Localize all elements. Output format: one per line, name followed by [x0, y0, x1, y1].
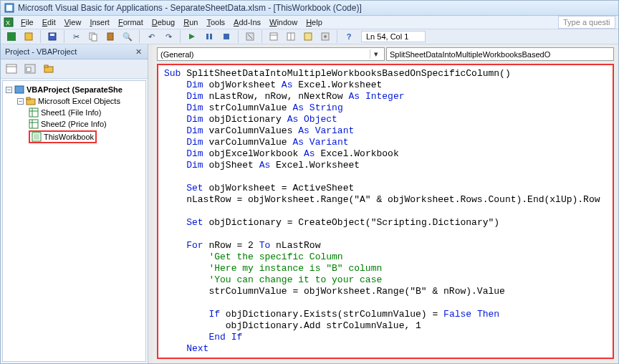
svg-marker-11 — [189, 34, 195, 39]
tree-item-label: ThisWorkbook — [44, 133, 94, 141]
tree-item-sheet1[interactable]: Sheet1 (File Info) — [27, 107, 144, 118]
toggle-folders-button[interactable] — [41, 62, 57, 76]
properties-button[interactable] — [283, 29, 299, 44]
separator — [139, 30, 140, 43]
project-icon — [14, 85, 24, 95]
tree-item-label: Sheet2 (Price Info) — [41, 120, 107, 128]
menu-view[interactable]: View — [60, 16, 86, 28]
view-code-button[interactable] — [4, 62, 19, 76]
svg-rect-1 — [6, 5, 12, 11]
svg-rect-17 — [270, 33, 277, 40]
copy-button[interactable] — [85, 29, 101, 44]
collapse-icon[interactable]: − — [17, 98, 24, 105]
vba-app-icon — [4, 2, 15, 14]
project-panel-header: Project - VBAProject ✕ — [1, 44, 148, 59]
svg-rect-7 — [50, 34, 54, 36]
menu-edit[interactable]: Edit — [38, 16, 60, 28]
toolbox-button[interactable] — [317, 29, 333, 44]
code-text[interactable]: Sub SplitSheetDataIntoMultipleWorkbooksB… — [164, 68, 607, 355]
workbook-icon — [32, 132, 42, 142]
find-button[interactable]: 🔍 — [120, 29, 135, 44]
window-title: Microsoft Visual Basic for Applications … — [18, 3, 362, 13]
insert-dropdown[interactable] — [21, 29, 37, 44]
object-dropdown[interactable]: (General) ▾ — [157, 47, 385, 61]
redo-button[interactable]: ↷ — [160, 29, 176, 44]
menu-format[interactable]: Format — [114, 16, 148, 28]
menu-help[interactable]: Help — [302, 16, 327, 28]
standard-toolbar: ✂ 🔍 ↶ ↷ ? Ln 54, Col 1 — [1, 29, 618, 44]
paste-button[interactable] — [102, 29, 118, 44]
project-explorer-button[interactable] — [266, 29, 282, 44]
svg-rect-13 — [210, 34, 212, 39]
code-window: (General) ▾ SplitSheetDataIntoMultipleWo… — [153, 44, 618, 363]
svg-rect-32 — [27, 97, 30, 100]
help-button[interactable]: ? — [341, 29, 357, 44]
collapse-icon[interactable]: − — [6, 87, 12, 93]
svg-point-23 — [324, 35, 327, 38]
break-button[interactable] — [201, 29, 217, 44]
svg-rect-9 — [92, 34, 97, 41]
workspace: Project - VBAProject ✕ − VBAProject (Sep… — [1, 44, 618, 363]
chevron-down-icon: ▾ — [370, 49, 381, 59]
menu-insert[interactable]: Insert — [85, 16, 114, 28]
svg-rect-30 — [15, 86, 24, 93]
close-panel-button[interactable]: ✕ — [133, 47, 143, 57]
reset-button[interactable] — [219, 29, 234, 44]
titlebar: Microsoft Visual Basic for Applications … — [1, 1, 618, 16]
code-dropdown-row: (General) ▾ SplitSheetDataIntoMultipleWo… — [153, 44, 618, 64]
menu-tools[interactable]: Tools — [202, 16, 229, 28]
view-excel-button[interactable] — [4, 29, 19, 44]
svg-rect-10 — [107, 33, 113, 40]
svg-text:X: X — [6, 19, 10, 27]
help-search-box[interactable]: Type a questi — [558, 16, 615, 29]
tree-item-sheet2[interactable]: Sheet2 (Price Info) — [27, 118, 144, 130]
svg-rect-33 — [29, 108, 38, 117]
project-panel-title: Project - VBAProject — [5, 47, 77, 56]
separator — [180, 30, 181, 43]
svg-rect-36 — [29, 120, 38, 128]
separator — [261, 30, 262, 43]
project-tree[interactable]: − VBAProject (SeparateShe − Microsoft Ex… — [2, 80, 146, 362]
procedure-dropdown[interactable]: SplitSheetDataIntoMultipleWorkbooksBased… — [386, 47, 614, 61]
menubar: X FileEditViewInsertFormatDebugRunToolsA… — [1, 16, 618, 29]
svg-rect-29 — [44, 65, 48, 67]
menu-add-ins[interactable]: Add-Ins — [229, 16, 265, 28]
svg-rect-4 — [7, 32, 16, 41]
cursor-position-status: Ln 54, Col 1 — [361, 31, 426, 42]
svg-rect-12 — [206, 34, 208, 39]
separator — [337, 30, 337, 43]
cut-button[interactable]: ✂ — [68, 29, 84, 44]
menu-run[interactable]: Run — [179, 16, 202, 28]
worksheet-icon — [29, 107, 39, 118]
design-mode-button[interactable] — [242, 29, 258, 44]
tree-folder-label: Microsoft Excel Objects — [38, 97, 120, 105]
folder-icon — [26, 96, 36, 106]
tree-root[interactable]: − VBAProject (SeparateShe — [4, 84, 144, 95]
run-button[interactable] — [184, 29, 200, 44]
tree-folder[interactable]: − Microsoft Excel Objects — [16, 95, 144, 107]
tree-item-thisworkbook[interactable]: ThisWorkbook — [27, 130, 144, 144]
procedure-dropdown-value: SplitSheetDataIntoMultipleWorkbooksBased… — [390, 50, 550, 59]
project-toolbar — [1, 59, 148, 79]
code-editor[interactable]: Sub SplitSheetDataIntoMultipleWorkbooksB… — [157, 64, 614, 359]
worksheet-icon — [29, 119, 39, 129]
view-object-button[interactable] — [22, 62, 38, 76]
svg-rect-5 — [25, 33, 32, 40]
separator — [238, 30, 239, 43]
svg-rect-21 — [304, 33, 312, 40]
save-button[interactable] — [44, 29, 60, 44]
separator — [40, 30, 41, 43]
vba-ide-window: Microsoft Visual Basic for Applications … — [0, 0, 619, 364]
svg-rect-14 — [224, 34, 229, 39]
object-browser-button[interactable] — [300, 29, 316, 44]
tree-root-label: VBAProject (SeparateShe — [27, 85, 123, 94]
excel-icon: X — [4, 17, 14, 27]
menu-file[interactable]: File — [16, 16, 38, 28]
project-explorer-panel: Project - VBAProject ✕ − VBAProject (Sep… — [1, 44, 148, 363]
menu-debug[interactable]: Debug — [148, 16, 179, 28]
object-dropdown-value: (General) — [160, 50, 193, 59]
svg-rect-27 — [27, 67, 31, 72]
highlight-annotation: ThisWorkbook — [29, 130, 97, 143]
menu-window[interactable]: Window — [265, 16, 302, 28]
undo-button[interactable]: ↶ — [143, 29, 159, 44]
